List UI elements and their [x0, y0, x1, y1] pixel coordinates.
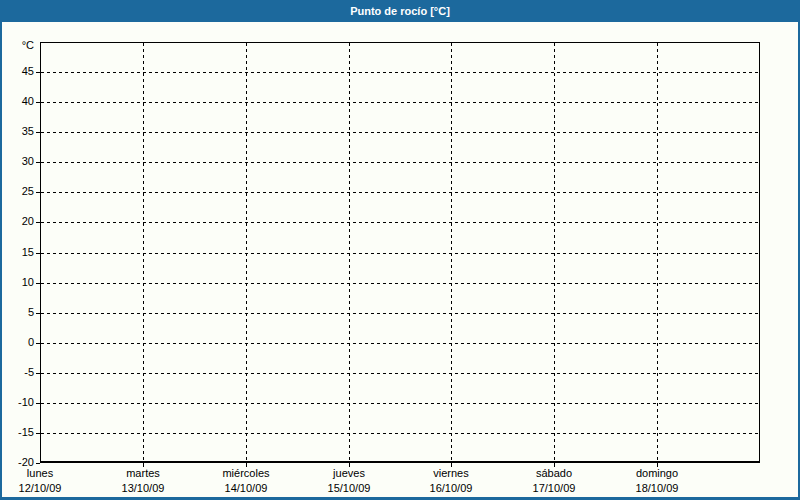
v-gridline — [349, 43, 350, 461]
v-gridline — [143, 43, 144, 461]
v-gridline — [554, 43, 555, 461]
h-gridline — [41, 132, 759, 133]
h-gridline — [41, 222, 759, 223]
chart-title: Punto de rocío [°C] — [350, 5, 450, 17]
chart-window: Punto de rocío [°C] 454035302520151050-5… — [0, 0, 800, 500]
h-gridline — [41, 253, 759, 254]
h-gridline — [41, 313, 759, 314]
plot-area — [40, 42, 760, 463]
h-gridline — [41, 403, 759, 404]
h-gridline — [41, 162, 759, 163]
v-gridline — [451, 43, 452, 461]
h-gridline — [41, 102, 759, 103]
h-gridline — [41, 72, 759, 73]
v-gridline — [246, 43, 247, 461]
chart-title-bar: Punto de rocío [°C] — [0, 0, 800, 22]
v-gridline — [657, 43, 658, 461]
h-gridline — [41, 433, 759, 434]
h-gridline — [41, 343, 759, 344]
h-gridline — [41, 192, 759, 193]
h-gridline — [41, 373, 759, 374]
h-gridline — [41, 283, 759, 284]
